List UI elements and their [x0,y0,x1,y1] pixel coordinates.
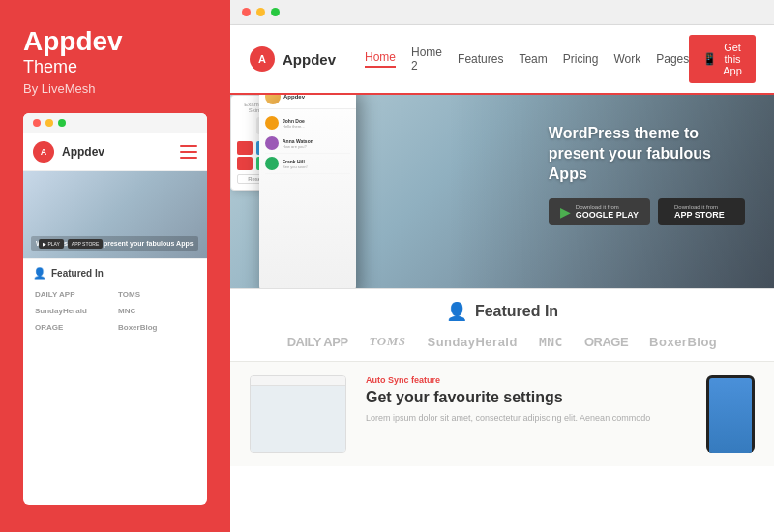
tablet-top-bar [251,376,345,386]
bottom-section: Auto Sync feature Get your favourite set… [230,361,774,466]
browser-window: A Appdev Home Home 2 Features Team Prici… [230,0,774,532]
app-store-btn-small[interactable]: APP STORE [68,239,103,249]
featured-person-icon: 👤 [446,301,467,322]
chat-avatar-3 [265,157,279,170]
left-panel: Appdev Theme By LiveMesh A Appdev WordPr… [0,0,230,532]
browser-dot-yellow [256,8,265,16]
nav-link-pricing[interactable]: Pricing [563,52,599,66]
chat-info-3: Frank Hill See you soon! [283,159,350,169]
featured-logo-daily-app: DAILY APP [287,335,348,349]
chat-item-1: John Doe Hello there... [265,113,350,133]
desktop-nav: A Appdev Home Home 2 Features Team Prici… [230,25,774,95]
chat-info-1: John Doe Hello there... [283,118,350,129]
tablet-mockup [250,375,346,453]
mobile-logos-grid: DAILY APP TOMS SundayHerald MNC ORAGE Bo… [23,283,207,342]
tablet-screen [251,386,345,453]
mobile-featured-title: 👤 Featured In [23,258,207,283]
nav-links: Home Home 2 Features Team Pricing Work P… [365,45,689,73]
chat-info-2: Anna Watson How are you? [283,138,350,149]
mobile-nav: A Appdev [23,133,207,171]
dot-yellow [45,119,53,127]
hero-phone-chat: John Doe Hello there... Anna Watson How … [259,109,356,288]
featured-logo-boxer-blog: BoxerBlog [649,335,717,349]
mobile-logo-text: Appdev [62,145,172,159]
featured-person-icon-small: 👤 [33,267,46,280]
nav-link-work[interactable]: Work [613,52,640,66]
google-play-button[interactable]: ▶ Download it from GOOGLE PLAY [549,198,650,225]
mobile-logo-daily-app: DAILY APP [33,287,114,302]
hero-content: WordPress theme to present your fabulous… [549,124,745,225]
chat-item-2: Anna Watson How are you? [265,133,350,154]
phone-icon: 📱 [702,52,717,66]
nav-link-features[interactable]: Features [458,52,503,66]
app-store-text: Download it from APP STORE [674,204,725,220]
mobile-top-bar [23,113,207,133]
app-subtitle: Theme [23,57,207,77]
feature-title: Get your favourite settings [366,389,687,406]
swatch-red[interactable] [237,141,253,155]
browser-dot-green [271,8,280,16]
mobile-logo-mnc: MNC [116,304,197,318]
desktop-nav-logo: A Appdev [250,46,336,72]
get-app-button[interactable]: 📱 Get this App [689,35,756,83]
bottom-phone-screen [709,378,752,453]
nav-logo-text: Appdev [283,51,336,68]
nav-link-team[interactable]: Team [519,52,547,66]
chat-item-3: Frank Hill See you soon! [265,154,350,174]
play-icon: ▶ [560,204,571,220]
mobile-preview-card: A Appdev WordPress theme to present your… [23,113,207,505]
hero-phone-mockup: Appdev John Doe Hello there... [259,95,356,288]
mobile-logo-toms: TOMS [116,287,197,302]
chat-avatar-2 [265,136,279,150]
bottom-feature-text: Auto Sync feature Get your favourite set… [366,375,687,453]
feature-label: Auto Sync feature [366,375,687,385]
nav-logo-circle: A [250,46,275,72]
dot-red [33,119,41,127]
feature-desc: Lorem ipsum dolor sit amet, consectetur … [366,412,687,426]
featured-logos: DAILY APP TOMS SundayHerald MNC ORAGE Bo… [287,334,718,349]
featured-logo-mnc: MNC [539,335,563,349]
swatch-red2[interactable] [237,157,253,170]
featured-logo-sunday-herald: SundayHerald [428,335,518,349]
app-title: Appdev [23,27,207,57]
nav-link-pages[interactable]: Pages [656,52,689,66]
mobile-logo-icon: A [33,141,54,163]
dot-green [58,119,66,127]
right-panel: A Appdev Home Home 2 Features Team Prici… [230,0,774,532]
featured-section-title: 👤 Featured In [446,301,558,322]
nav-link-home2[interactable]: Home 2 [411,45,442,73]
hero-phone-screen: Appdev John Doe Hello there... [259,95,356,288]
hero-phone-header: Appdev [259,95,356,109]
hero-phone-avatar [265,95,281,104]
chat-avatar-1 [265,116,279,130]
mobile-logo-sunday-herald: SundayHerald [33,304,114,318]
app-by: By LiveMesh [23,81,207,96]
mobile-store-buttons: ▶ PLAY APP STORE [31,235,110,252]
app-store-button[interactable]: Download it from APP STORE [658,198,745,225]
featured-logo-orage: ORAGE [584,335,628,349]
bottom-phone-mockup [706,375,755,453]
mobile-logo-orage: ORAGE [33,320,114,335]
nav-link-home[interactable]: Home [365,50,396,68]
hamburger-icon[interactable] [180,145,197,159]
featured-section: 👤 Featured In DAILY APP TOMS SundayHeral… [230,288,774,361]
browser-top-bar [230,0,774,25]
mobile-logo-boxer-blog: BoxerBlog [116,320,197,335]
hero-section: ExampleSkins ⚙ Reset Appdev [230,95,774,288]
google-play-text: Download it from GOOGLE PLAY [576,204,639,220]
browser-dot-red [242,8,251,16]
hero-title: WordPress theme to present your fabulous… [549,124,742,184]
featured-logo-toms: TOMS [370,334,406,349]
google-play-btn-small[interactable]: ▶ PLAY [39,239,64,249]
hero-store-buttons: ▶ Download it from GOOGLE PLAY Download … [549,198,745,225]
mobile-hero: WordPress theme to present your fabulous… [23,171,207,258]
